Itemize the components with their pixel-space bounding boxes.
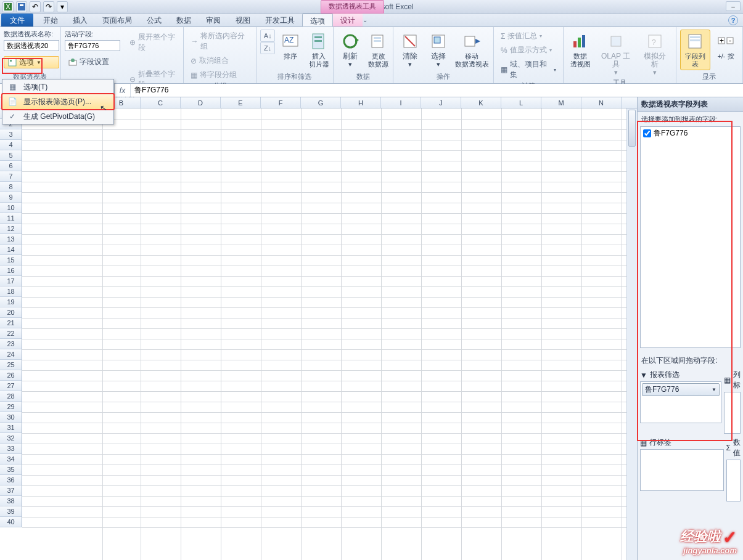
col-header-C[interactable]: C <box>141 97 181 108</box>
qat-dropdown-icon[interactable]: ▾ <box>57 1 68 12</box>
row-header-25[interactable]: 25 <box>0 360 22 370</box>
move-button[interactable]: 移动 数据透视表 <box>454 30 490 70</box>
row-header-15[interactable]: 15 <box>0 255 22 266</box>
ungroup-button[interactable]: ⊘取消组合 <box>187 54 252 67</box>
tab-data[interactable]: 数据 <box>169 14 199 26</box>
col-header-N[interactable]: N <box>581 97 622 108</box>
sort-desc-button[interactable]: Z↓ <box>260 42 275 54</box>
select-button[interactable]: 选择▾ <box>425 30 451 70</box>
row-header-22[interactable]: 22 <box>0 328 22 339</box>
qat-excel-icon[interactable]: X <box>2 1 14 12</box>
row-header-39[interactable]: 39 <box>0 506 22 517</box>
options-button[interactable]: 选项 ▼ <box>4 56 59 68</box>
row-header-12[interactable]: 12 <box>0 224 22 234</box>
qat-undo-icon[interactable]: ↶ <box>30 1 41 12</box>
plusminus-button[interactable]: +-+/- 按 <box>713 30 739 62</box>
help-icon[interactable]: ? <box>728 15 738 25</box>
area-vals-box[interactable] <box>726 460 741 501</box>
row-header-21[interactable]: 21 <box>0 318 22 328</box>
row-header-9[interactable]: 9 <box>0 192 22 203</box>
row-header-7[interactable]: 7 <box>0 171 22 182</box>
area-rows-box[interactable] <box>640 449 724 491</box>
row-header-28[interactable]: 28 <box>0 391 22 402</box>
tab-insert[interactable]: 插入 <box>65 14 95 26</box>
field-item[interactable]: 鲁F7G776 <box>641 127 740 140</box>
row-header-38[interactable]: 38 <box>0 496 22 506</box>
active-field-input[interactable] <box>65 40 120 51</box>
row-header-36[interactable]: 36 <box>0 475 22 485</box>
formula-input[interactable] <box>131 85 743 96</box>
col-header-M[interactable]: M <box>541 97 581 108</box>
pill-dropdown-icon[interactable]: ▼ <box>712 387 716 392</box>
col-header-H[interactable]: H <box>341 97 381 108</box>
group-field-button[interactable]: ▦将字段分组 <box>187 68 252 81</box>
slicer-button[interactable]: 插入 切片器 <box>306 30 332 70</box>
col-header-J[interactable]: J <box>421 97 461 108</box>
olap-button[interactable]: OLAP 工具▾ <box>596 30 636 78</box>
row-header-11[interactable]: 11 <box>0 213 22 224</box>
row-header-30[interactable]: 30 <box>0 412 22 423</box>
row-header-27[interactable]: 27 <box>0 381 22 391</box>
tab-design[interactable]: 设计 <box>333 14 363 26</box>
pt-name-input[interactable] <box>4 40 59 51</box>
tab-file[interactable]: 文件 <box>1 14 33 26</box>
row-header-8[interactable]: 8 <box>0 182 22 192</box>
show-values-as-button[interactable]: %值显示方式▾ <box>498 44 559 57</box>
row-header-13[interactable]: 13 <box>0 234 22 245</box>
col-header-E[interactable]: E <box>221 97 261 108</box>
tab-formulas[interactable]: 公式 <box>139 14 169 26</box>
pivotchart-button[interactable]: 数据 透视图 <box>567 30 593 70</box>
sort-button[interactable]: AZ排序 <box>277 30 303 62</box>
menu-show-report-filter-pages[interactable]: 📄 显示报表筛选页(P)... ↖ <box>2 94 114 110</box>
scrollbar-thumb[interactable] <box>628 110 636 147</box>
field-checkbox[interactable] <box>643 129 651 137</box>
row-header-31[interactable]: 31 <box>0 423 22 433</box>
row-header-24[interactable]: 24 <box>0 349 22 360</box>
minimize-icon[interactable]: – <box>726 1 741 11</box>
row-header-19[interactable]: 19 <box>0 297 22 307</box>
row-header-32[interactable]: 32 <box>0 433 22 444</box>
change-source-button[interactable]: 更改 数据源 <box>366 30 392 70</box>
tab-home[interactable]: 开始 <box>36 14 65 26</box>
tab-options[interactable]: 选项 <box>302 14 333 26</box>
sort-asc-button[interactable]: A↓ <box>260 30 275 42</box>
ribbon-expand-icon[interactable]: ⌄ <box>363 17 367 23</box>
worksheet[interactable]: ABCDEFGHIJKLMN 1234567891011121314151617… <box>0 97 637 560</box>
col-header-G[interactable]: G <box>301 97 341 108</box>
vertical-scrollbar[interactable] <box>626 108 637 560</box>
qat-save-icon[interactable] <box>16 1 27 12</box>
tab-pagelayout[interactable]: 页面布局 <box>95 14 139 26</box>
row-header-17[interactable]: 17 <box>0 276 22 286</box>
row-header-18[interactable]: 18 <box>0 286 22 297</box>
col-header-F[interactable]: F <box>261 97 301 108</box>
tab-view[interactable]: 视图 <box>228 14 258 26</box>
menu-generate-getpivotdata[interactable]: ✓ 生成 GetPivotData(G) <box>2 109 113 124</box>
expand-field-button[interactable]: ⊕展开整个字段 <box>126 31 180 54</box>
cells[interactable]: 鲁F7G776 (全部) ▼ <box>22 108 637 560</box>
row-header-20[interactable]: 20 <box>0 307 22 318</box>
refresh-button[interactable]: 刷新▾ <box>337 30 363 70</box>
fields-items-sets-button[interactable]: ▦域、项目和集▾ <box>498 58 559 81</box>
filter-pill[interactable]: 鲁F7G776 ▼ <box>642 383 720 396</box>
row-header-34[interactable]: 34 <box>0 454 22 465</box>
group-selection-button[interactable]: →将所选内容分组 <box>187 30 252 53</box>
row-header-6[interactable]: 6 <box>0 161 22 171</box>
field-settings-button[interactable]: 字段设置 <box>65 56 120 68</box>
area-cols-box[interactable] <box>724 392 741 434</box>
row-header-40[interactable]: 40 <box>0 517 22 527</box>
fx-button[interactable]: fx <box>115 84 131 97</box>
col-header-K[interactable]: K <box>461 97 501 108</box>
qat-redo-icon[interactable]: ↷ <box>43 1 54 12</box>
row-header-23[interactable]: 23 <box>0 339 22 349</box>
row-header-35[interactable]: 35 <box>0 465 22 475</box>
clear-button[interactable]: 清除▾ <box>397 30 423 70</box>
row-header-3[interactable]: 3 <box>0 129 22 140</box>
area-filter-box[interactable]: 鲁F7G776 ▼ <box>640 381 721 423</box>
tab-developer[interactable]: 开发工具 <box>258 14 302 26</box>
row-header-5[interactable]: 5 <box>0 150 22 161</box>
fieldlist-fields-box[interactable]: 鲁F7G776 <box>640 126 741 348</box>
row-header-29[interactable]: 29 <box>0 402 22 412</box>
summarize-by-button[interactable]: Σ按值汇总▾ <box>498 30 559 43</box>
row-header-10[interactable]: 10 <box>0 203 22 213</box>
row-header-33[interactable]: 33 <box>0 444 22 454</box>
